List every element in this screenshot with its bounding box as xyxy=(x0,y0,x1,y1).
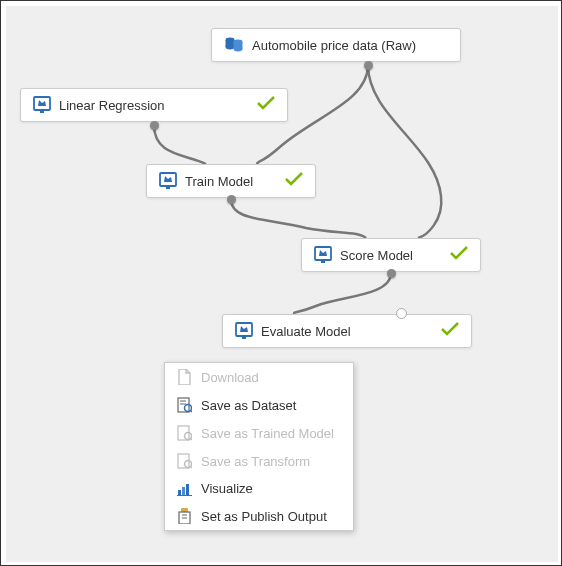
output-port[interactable] xyxy=(364,61,373,70)
menu-item-visualize[interactable]: Visualize xyxy=(165,475,353,502)
output-port[interactable] xyxy=(227,195,236,204)
svg-point-5 xyxy=(234,47,243,52)
menu-label: Set as Publish Output xyxy=(201,509,327,524)
module-icon xyxy=(235,322,253,340)
svg-line-21 xyxy=(190,439,192,441)
output-port[interactable] xyxy=(150,121,159,130)
menu-item-save-as-dataset[interactable]: Save as Dataset xyxy=(165,391,353,419)
check-icon xyxy=(285,172,303,190)
node-label: Score Model xyxy=(340,248,440,263)
node-data-source[interactable]: Automobile price data (Raw) xyxy=(211,28,461,62)
svg-point-23 xyxy=(184,461,191,468)
save-dataset-icon xyxy=(175,397,193,413)
check-icon xyxy=(257,96,275,114)
menu-item-save-as-trained-model: Save as Trained Model xyxy=(165,419,353,447)
svg-rect-25 xyxy=(178,490,181,495)
module-icon xyxy=(33,96,51,114)
svg-line-18 xyxy=(190,411,192,413)
svg-rect-26 xyxy=(182,487,185,495)
module-icon xyxy=(159,172,177,190)
check-icon xyxy=(441,322,459,340)
node-train-model[interactable]: Train Model xyxy=(146,164,316,198)
document-icon xyxy=(175,369,193,385)
experiment-canvas[interactable]: Automobile price data (Raw) Linear Regre… xyxy=(6,6,558,562)
svg-rect-27 xyxy=(186,484,189,495)
svg-point-20 xyxy=(184,433,191,440)
svg-rect-13 xyxy=(242,336,246,339)
menu-item-download: Download xyxy=(165,363,353,391)
menu-label: Save as Trained Model xyxy=(201,426,334,441)
node-label: Linear Regression xyxy=(59,98,247,113)
visualize-icon xyxy=(175,482,193,496)
node-evaluate-model[interactable]: Evaluate Model xyxy=(222,314,472,348)
menu-item-set-as-publish-output[interactable]: Set as Publish Output xyxy=(165,502,353,530)
svg-rect-9 xyxy=(166,186,170,189)
svg-point-2 xyxy=(226,45,235,50)
menu-item-save-as-transform: Save as Transform xyxy=(165,447,353,475)
database-icon xyxy=(224,36,244,54)
node-score-model[interactable]: Score Model xyxy=(301,238,481,272)
menu-label: Visualize xyxy=(201,481,253,496)
node-label: Train Model xyxy=(185,174,275,189)
svg-rect-29 xyxy=(181,508,188,512)
save-model-icon xyxy=(175,425,193,441)
node-label: Automobile price data (Raw) xyxy=(252,38,448,53)
module-icon xyxy=(314,246,332,264)
input-port-open[interactable] xyxy=(396,308,407,319)
node-label: Evaluate Model xyxy=(261,324,431,339)
check-icon xyxy=(450,246,468,264)
save-transform-icon xyxy=(175,453,193,469)
output-port[interactable] xyxy=(387,269,396,278)
svg-line-24 xyxy=(190,467,192,469)
context-menu: Download Save as Dataset Save as Trained… xyxy=(164,362,354,531)
node-linear-regression[interactable]: Linear Regression xyxy=(20,88,288,122)
publish-output-icon xyxy=(175,508,193,524)
menu-label: Save as Dataset xyxy=(201,398,296,413)
svg-rect-7 xyxy=(40,110,44,113)
menu-label: Save as Transform xyxy=(201,454,310,469)
svg-point-17 xyxy=(184,405,191,412)
menu-label: Download xyxy=(201,370,259,385)
svg-rect-11 xyxy=(321,260,325,263)
